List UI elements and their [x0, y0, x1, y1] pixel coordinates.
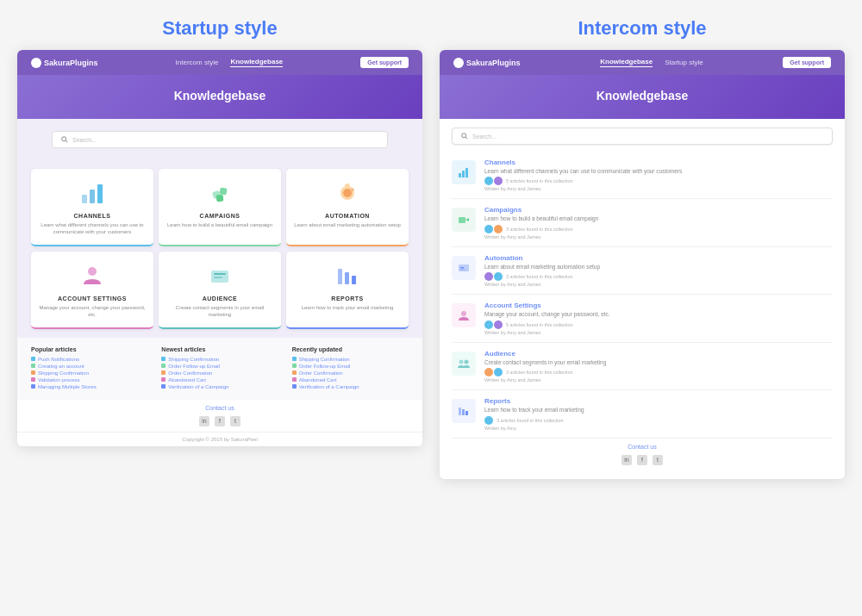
svg-rect-31	[459, 408, 461, 415]
startup-nav-link-1[interactable]: Intercom style	[176, 59, 219, 66]
intercom-contact[interactable]: Contact us	[452, 439, 833, 455]
svg-rect-4	[97, 184, 103, 203]
row-channels-title[interactable]: Channels	[484, 159, 833, 166]
startup-logo: SakuraPlugins	[31, 58, 98, 68]
newest-item-1: Shipping Confirmation	[161, 357, 278, 362]
intercom-row-account[interactable]: Account Settings Manage your account, ch…	[452, 295, 833, 342]
intercom-nav-link-1[interactable]: Knowledgebase	[600, 58, 653, 67]
startup-get-support-btn[interactable]: Get support	[360, 57, 409, 68]
svg-rect-27	[460, 269, 465, 270]
popular-link-5[interactable]: Managing Multiple Stores	[38, 384, 97, 389]
dot-r4	[292, 377, 297, 382]
recently-updated-col: Recently updated Shipping Confirmation O…	[292, 346, 409, 391]
startup-column: Startup style SakuraPlugins Intercom sty…	[17, 17, 422, 479]
newest-link-2[interactable]: Order Follow-up Email	[168, 364, 220, 369]
popular-link-1[interactable]: Push Notifications	[38, 357, 79, 362]
channels-meta-count: 5 articles found in this collection	[506, 178, 573, 184]
svg-rect-22	[462, 171, 465, 177]
row-audience-meta: 3 articles found in this collection	[484, 368, 833, 376]
row-reports-title[interactable]: Reports	[484, 397, 833, 405]
startup-card-automation[interactable]: AUTOMATION Learn about email marketing a…	[286, 169, 409, 246]
startup-search-section: Search...	[52, 131, 388, 148]
row-campaigns-title[interactable]: Campaigns	[484, 206, 833, 214]
popular-link-2[interactable]: Creating an account	[38, 364, 84, 369]
intercom-facebook-icon[interactable]: f	[637, 455, 647, 465]
startup-footer-links: Popular articles Push Notifications Crea…	[17, 338, 422, 400]
startup-nav-link-2[interactable]: Knowledgebase	[230, 58, 283, 67]
startup-card-reports[interactable]: REPORTS Learn how to track your email ma…	[286, 252, 409, 329]
startup-card-account[interactable]: ACCOUNT SETTINGS Manage your account, ch…	[31, 252, 153, 329]
svg-rect-6	[219, 187, 227, 195]
intercom-content-area: Search... Channels Learn what different …	[440, 119, 845, 479]
startup-browser: SakuraPlugins Intercom style Knowledgeba…	[17, 50, 422, 446]
newest-link-4[interactable]: Abandoned Cart	[168, 377, 206, 383]
intercom-nav-link-2[interactable]: Startup style	[665, 59, 703, 66]
newest-item-4: Abandoned Cart	[161, 377, 278, 383]
newest-link-3[interactable]: Order Confirmation	[168, 370, 212, 376]
popular-link-4[interactable]: Validation process	[38, 377, 80, 383]
startup-search-placeholder[interactable]: Search...	[72, 137, 97, 143]
intercom-logo-icon	[453, 58, 464, 68]
row-channels-desc: Learn what different channels you can us…	[484, 168, 833, 175]
audience-icon	[204, 260, 235, 291]
startup-copyright: Copyright © 2015 by SakuraPeel	[17, 432, 422, 446]
svg-rect-2	[82, 195, 87, 203]
dot-n3	[161, 370, 166, 375]
intercom-row-campaigns[interactable]: Campaigns Learn how to build a beautiful…	[452, 199, 833, 246]
intercom-twitter-icon[interactable]: t	[653, 455, 663, 465]
row-account-icon	[452, 303, 476, 327]
startup-card-audience-title: AUDIENCE	[166, 296, 274, 302]
account-avatar-1	[484, 320, 493, 329]
row-reports-content: Reports Learn how to track your email ma…	[484, 397, 833, 430]
linkedin-icon[interactable]: in	[199, 416, 209, 426]
recently-item-5: Verification of a Campaign	[292, 384, 409, 389]
intercom-row-channels[interactable]: Channels Learn what different channels y…	[452, 152, 833, 199]
automation-avatars	[484, 272, 503, 281]
newest-link-1[interactable]: Shipping Confirmation	[168, 357, 219, 362]
startup-social-icons: in f t	[17, 416, 422, 432]
intercom-social-icons: in f t	[452, 455, 833, 470]
intercom-get-support-btn[interactable]: Get support	[783, 57, 831, 68]
intercom-search-icon	[461, 133, 468, 140]
intercom-browser: SakuraPlugins Knowledgebase Startup styl…	[440, 50, 845, 479]
popular-articles-col: Popular articles Push Notifications Crea…	[31, 346, 147, 391]
intercom-linkedin-icon[interactable]: in	[622, 455, 632, 465]
automation-avatar-2	[494, 272, 503, 281]
row-account-title[interactable]: Account Settings	[484, 302, 833, 309]
popular-item-5: Managing Multiple Stores	[31, 384, 147, 389]
row-automation-title[interactable]: Automation	[484, 254, 833, 262]
svg-point-30	[465, 359, 469, 364]
svg-point-19	[462, 134, 466, 138]
intercom-row-reports[interactable]: Reports Learn how to track your email ma…	[452, 390, 833, 438]
startup-cards-grid: CHANNELS Learn what different channels y…	[17, 160, 422, 338]
recently-link-4[interactable]: Abandoned Cart	[299, 377, 337, 383]
facebook-icon[interactable]: f	[215, 416, 225, 426]
row-audience-title[interactable]: Audience	[484, 350, 833, 358]
startup-card-automation-desc: Learn about email marketing automation s…	[293, 221, 402, 228]
intercom-search-bar[interactable]: Search...	[452, 128, 833, 145]
intercom-row-audience[interactable]: Audience Create contact segments in your…	[452, 343, 833, 390]
avatar-1	[484, 177, 493, 185]
recently-link-1[interactable]: Shipping Confirmation	[299, 357, 350, 362]
intercom-row-automation[interactable]: Automation Learn about email marketing a…	[452, 247, 833, 295]
dot-n1	[161, 357, 166, 361]
popular-item-3: Shipping Confirmation	[31, 370, 147, 376]
svg-rect-32	[462, 409, 465, 415]
campaigns-avatar-2	[494, 225, 503, 233]
intercom-column: Intercom style SakuraPlugins Knowledgeba…	[440, 17, 845, 479]
popular-item-2: Creating an account	[31, 364, 147, 369]
startup-card-audience[interactable]: AUDIENCE Create contact segments in your…	[159, 252, 281, 329]
recently-link-5[interactable]: Verification of a Campaign	[299, 384, 359, 389]
startup-title: Startup style	[162, 17, 277, 40]
startup-card-campaigns[interactable]: CAMPAIGNS Learn how to build a beautiful…	[159, 169, 281, 246]
startup-card-channels[interactable]: CHANNELS Learn what different channels y…	[31, 169, 153, 246]
popular-link-3[interactable]: Shipping Confirmation	[38, 370, 89, 376]
recently-link-2[interactable]: Order Follow-up Email	[299, 364, 351, 369]
recently-link-3[interactable]: Order Confirmation	[299, 370, 343, 376]
row-account-meta: 5 articles found in this collection	[484, 320, 833, 329]
intercom-title: Intercom style	[578, 17, 706, 40]
intercom-search-placeholder: Search...	[472, 134, 497, 140]
twitter-icon[interactable]: t	[230, 416, 240, 426]
newest-link-5[interactable]: Verification of a Campaign	[168, 384, 228, 389]
startup-contact[interactable]: Contact us	[17, 400, 422, 416]
